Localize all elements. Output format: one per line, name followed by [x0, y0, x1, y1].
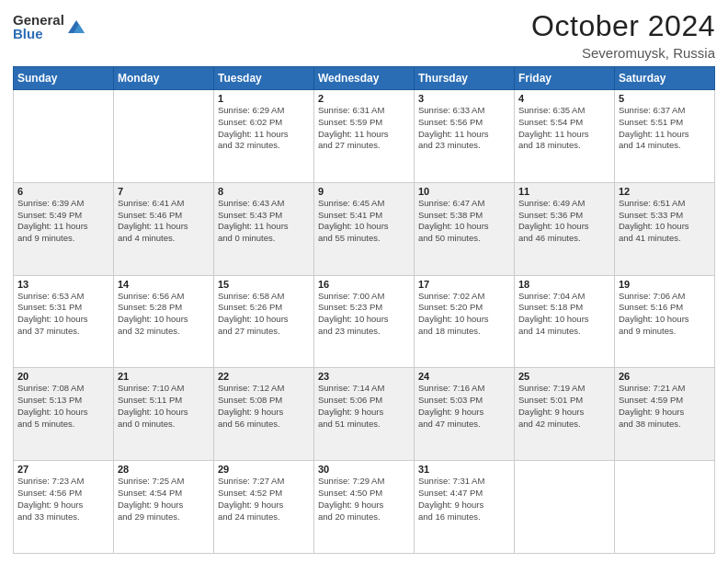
day-number: 12 [619, 186, 711, 197]
calendar-cell: 17Sunrise: 7:02 AMSunset: 5:20 PMDayligh… [415, 275, 515, 368]
calendar-header-wednesday: Wednesday [314, 67, 415, 90]
calendar-cell: 28Sunrise: 7:25 AMSunset: 4:54 PMDayligh… [114, 461, 214, 554]
calendar-cell: 30Sunrise: 7:29 AMSunset: 4:50 PMDayligh… [314, 461, 415, 554]
day-info: Sunrise: 6:53 AMSunset: 5:31 PMDaylight:… [17, 291, 109, 338]
day-number: 16 [318, 279, 410, 290]
logo-icon [66, 17, 86, 37]
day-info: Sunrise: 7:00 AMSunset: 5:23 PMDaylight:… [318, 291, 410, 338]
calendar-week-1: 1Sunrise: 6:29 AMSunset: 6:02 PMDaylight… [14, 90, 715, 183]
calendar-header-sunday: Sunday [14, 67, 114, 90]
day-info: Sunrise: 7:04 AMSunset: 5:18 PMDaylight:… [518, 291, 610, 338]
calendar-cell [615, 461, 715, 554]
day-info: Sunrise: 7:23 AMSunset: 4:56 PMDaylight:… [17, 476, 109, 523]
calendar-week-2: 6Sunrise: 6:39 AMSunset: 5:49 PMDaylight… [14, 182, 715, 275]
calendar-header-tuesday: Tuesday [214, 67, 314, 90]
day-info: Sunrise: 6:58 AMSunset: 5:26 PMDaylight:… [218, 291, 310, 338]
month-title: October 2024 [531, 9, 715, 43]
day-number: 20 [17, 371, 109, 382]
day-info: Sunrise: 7:08 AMSunset: 5:13 PMDaylight:… [17, 383, 109, 430]
calendar-cell [515, 461, 615, 554]
day-info: Sunrise: 6:45 AMSunset: 5:41 PMDaylight:… [318, 198, 410, 245]
day-number: 10 [418, 186, 510, 197]
calendar-cell: 16Sunrise: 7:00 AMSunset: 5:23 PMDayligh… [314, 275, 415, 368]
header: General Blue October 2024 Severomuysk, R… [13, 9, 715, 61]
calendar-cell [114, 90, 214, 183]
day-info: Sunrise: 7:06 AMSunset: 5:16 PMDaylight:… [619, 291, 711, 338]
day-info: Sunrise: 7:19 AMSunset: 5:01 PMDaylight:… [518, 383, 610, 430]
calendar-cell: 13Sunrise: 6:53 AMSunset: 5:31 PMDayligh… [14, 275, 114, 368]
day-info: Sunrise: 7:10 AMSunset: 5:11 PMDaylight:… [118, 383, 210, 430]
calendar-cell: 6Sunrise: 6:39 AMSunset: 5:49 PMDaylight… [14, 182, 114, 275]
day-info: Sunrise: 6:43 AMSunset: 5:43 PMDaylight:… [218, 198, 310, 245]
location: Severomuysk, Russia [531, 45, 715, 61]
day-info: Sunrise: 7:12 AMSunset: 5:08 PMDaylight:… [218, 383, 310, 430]
calendar-cell: 8Sunrise: 6:43 AMSunset: 5:43 PMDaylight… [214, 182, 314, 275]
day-number: 1 [218, 93, 310, 104]
day-number: 28 [118, 464, 210, 475]
calendar-cell: 4Sunrise: 6:35 AMSunset: 5:54 PMDaylight… [515, 90, 615, 183]
calendar-cell: 14Sunrise: 6:56 AMSunset: 5:28 PMDayligh… [114, 275, 214, 368]
calendar: SundayMondayTuesdayWednesdayThursdayFrid… [13, 66, 715, 554]
calendar-cell: 11Sunrise: 6:49 AMSunset: 5:36 PMDayligh… [515, 182, 615, 275]
calendar-cell [14, 90, 114, 183]
day-number: 11 [518, 186, 610, 197]
day-number: 13 [17, 279, 109, 290]
day-number: 27 [17, 464, 109, 475]
day-info: Sunrise: 6:56 AMSunset: 5:28 PMDaylight:… [118, 291, 210, 338]
day-info: Sunrise: 6:49 AMSunset: 5:36 PMDaylight:… [518, 198, 610, 245]
calendar-week-3: 13Sunrise: 6:53 AMSunset: 5:31 PMDayligh… [14, 275, 715, 368]
day-info: Sunrise: 7:14 AMSunset: 5:06 PMDaylight:… [318, 383, 410, 430]
day-info: Sunrise: 6:39 AMSunset: 5:49 PMDaylight:… [17, 198, 109, 245]
calendar-cell: 5Sunrise: 6:37 AMSunset: 5:51 PMDaylight… [615, 90, 715, 183]
calendar-cell: 2Sunrise: 6:31 AMSunset: 5:59 PMDaylight… [314, 90, 415, 183]
day-number: 31 [418, 464, 510, 475]
calendar-cell: 31Sunrise: 7:31 AMSunset: 4:47 PMDayligh… [415, 461, 515, 554]
calendar-week-5: 27Sunrise: 7:23 AMSunset: 4:56 PMDayligh… [14, 461, 715, 554]
logo-general: General [13, 13, 64, 27]
calendar-week-4: 20Sunrise: 7:08 AMSunset: 5:13 PMDayligh… [14, 368, 715, 461]
day-number: 14 [118, 279, 210, 290]
day-info: Sunrise: 7:29 AMSunset: 4:50 PMDaylight:… [318, 476, 410, 523]
calendar-cell: 12Sunrise: 6:51 AMSunset: 5:33 PMDayligh… [615, 182, 715, 275]
logo: General Blue [13, 13, 86, 40]
calendar-header-thursday: Thursday [415, 67, 515, 90]
day-number: 26 [619, 371, 711, 382]
day-number: 30 [318, 464, 410, 475]
calendar-cell: 23Sunrise: 7:14 AMSunset: 5:06 PMDayligh… [314, 368, 415, 461]
calendar-cell: 25Sunrise: 7:19 AMSunset: 5:01 PMDayligh… [515, 368, 615, 461]
day-number: 21 [118, 371, 210, 382]
day-number: 5 [619, 93, 711, 104]
calendar-cell: 15Sunrise: 6:58 AMSunset: 5:26 PMDayligh… [214, 275, 314, 368]
day-info: Sunrise: 6:29 AMSunset: 6:02 PMDaylight:… [218, 105, 310, 152]
day-info: Sunrise: 6:35 AMSunset: 5:54 PMDaylight:… [518, 105, 610, 152]
calendar-cell: 7Sunrise: 6:41 AMSunset: 5:46 PMDaylight… [114, 182, 214, 275]
calendar-cell: 10Sunrise: 6:47 AMSunset: 5:38 PMDayligh… [415, 182, 515, 275]
calendar-cell: 18Sunrise: 7:04 AMSunset: 5:18 PMDayligh… [515, 275, 615, 368]
day-number: 24 [418, 371, 510, 382]
day-number: 7 [118, 186, 210, 197]
day-number: 22 [218, 371, 310, 382]
day-number: 19 [619, 279, 711, 290]
calendar-cell: 9Sunrise: 6:45 AMSunset: 5:41 PMDaylight… [314, 182, 415, 275]
day-info: Sunrise: 6:37 AMSunset: 5:51 PMDaylight:… [619, 105, 711, 152]
day-number: 2 [318, 93, 410, 104]
calendar-cell: 1Sunrise: 6:29 AMSunset: 6:02 PMDaylight… [214, 90, 314, 183]
calendar-header-row: SundayMondayTuesdayWednesdayThursdayFrid… [14, 67, 715, 90]
calendar-cell: 20Sunrise: 7:08 AMSunset: 5:13 PMDayligh… [14, 368, 114, 461]
day-number: 18 [518, 279, 610, 290]
day-number: 15 [218, 279, 310, 290]
calendar-header-monday: Monday [114, 67, 214, 90]
day-info: Sunrise: 6:41 AMSunset: 5:46 PMDaylight:… [118, 198, 210, 245]
calendar-cell: 22Sunrise: 7:12 AMSunset: 5:08 PMDayligh… [214, 368, 314, 461]
day-number: 6 [17, 186, 109, 197]
calendar-header-friday: Friday [515, 67, 615, 90]
day-info: Sunrise: 7:02 AMSunset: 5:20 PMDaylight:… [418, 291, 510, 338]
calendar-cell: 24Sunrise: 7:16 AMSunset: 5:03 PMDayligh… [415, 368, 515, 461]
day-number: 23 [318, 371, 410, 382]
day-info: Sunrise: 6:47 AMSunset: 5:38 PMDaylight:… [418, 198, 510, 245]
logo-text: General Blue [13, 13, 64, 40]
day-number: 9 [318, 186, 410, 197]
day-info: Sunrise: 7:25 AMSunset: 4:54 PMDaylight:… [118, 476, 210, 523]
day-number: 29 [218, 464, 310, 475]
calendar-cell: 3Sunrise: 6:33 AMSunset: 5:56 PMDaylight… [415, 90, 515, 183]
